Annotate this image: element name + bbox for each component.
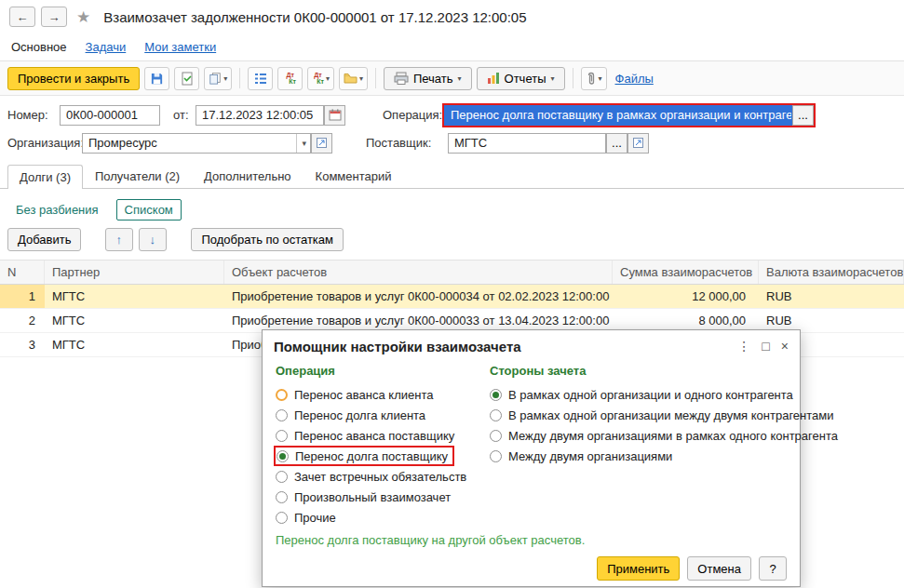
chevron-down-icon: ▾: [550, 74, 554, 83]
post-document-icon[interactable]: [174, 67, 199, 90]
radio-icon: [277, 450, 289, 462]
titlebar: ← → ★ Взаимозачет задолженности 0К00-000…: [0, 0, 904, 33]
radio-icon: [276, 471, 288, 483]
cell-partner: МГТС: [45, 285, 224, 308]
radio-arbitrary-offset[interactable]: Произвольный взаимозачет: [276, 487, 490, 507]
more-icon[interactable]: ⋮: [737, 339, 750, 354]
help-button[interactable]: ?: [759, 556, 787, 581]
radio-label: Перенос аванса клиента: [294, 388, 433, 402]
radio-transfer-client-advance[interactable]: Перенос аванса клиента: [276, 384, 490, 405]
dt-kt-reports-icon[interactable]: ДтКт ▾: [307, 67, 334, 90]
radio-transfer-supplier-advance[interactable]: Перенос аванса поставщику: [276, 425, 490, 446]
favorite-star-icon[interactable]: ★: [76, 7, 90, 27]
tab-debts[interactable]: Долги (3): [7, 165, 83, 189]
print-button[interactable]: Печать ▾: [384, 67, 472, 90]
list-view-toggle[interactable]: Списком: [116, 199, 182, 220]
structure-list-icon[interactable]: [248, 67, 273, 90]
col-header-amount[interactable]: Сумма взаиморасчетов: [613, 261, 759, 284]
supplier-choose-button[interactable]: ...: [606, 133, 627, 154]
page-title: Взаимозачет задолженности 0К00-000001 от…: [103, 9, 526, 25]
save-icon[interactable]: [144, 67, 169, 90]
radio-transfer-client-debt[interactable]: Перенос долга клиента: [276, 405, 490, 425]
post-and-close-button[interactable]: Провести и закрыть: [7, 67, 140, 90]
chevron-down-icon[interactable]: ▾: [296, 134, 306, 153]
pick-by-balance-button[interactable]: Подобрать по остаткам: [191, 228, 344, 251]
create-based-on-icon[interactable]: ▾: [204, 67, 232, 90]
radio-offset-mutual-obligations[interactable]: Зачет встречных обязательств: [276, 466, 490, 487]
operation-group-title: Операция: [276, 364, 490, 380]
move-up-button[interactable]: ↑: [105, 228, 133, 251]
tab-additional[interactable]: Дополнительно: [192, 164, 304, 188]
number-label: Номер:: [7, 108, 60, 122]
organization-label: Организация:: [7, 136, 82, 150]
date-input[interactable]: 17.12.2023 12:00:05: [196, 105, 324, 126]
radio-label: Произвольный взаимозачет: [294, 490, 451, 504]
cell-n: 3: [0, 333, 45, 356]
radio-icon: [276, 512, 288, 524]
radio-label: Перенос долга клиента: [294, 408, 425, 422]
chevron-down-icon: ▾: [599, 74, 602, 83]
organization-value: Промресурс: [88, 136, 157, 150]
back-button[interactable]: ←: [9, 7, 35, 27]
radio-icon: [490, 430, 502, 442]
radio-transfer-supplier-debt[interactable]: Перенос долга поставщику: [277, 448, 448, 464]
radio-label: Перенос аванса поставщику: [294, 429, 454, 443]
link-tasks[interactable]: Задачи: [86, 40, 127, 54]
number-input[interactable]: 0К00-000001: [60, 105, 160, 126]
table-row[interactable]: 1 МГТС Приобретение товаров и услуг 0К00…: [0, 285, 904, 309]
col-header-partner[interactable]: Партнер: [45, 261, 224, 284]
radio-label: Между двумя организациями в рамках одног…: [508, 429, 838, 443]
organization-open-button[interactable]: [311, 133, 332, 154]
paperclip-icon: [586, 72, 597, 86]
cell-currency: RUB: [759, 285, 904, 308]
open-form-icon: [316, 137, 328, 149]
radio-label: Зачет встречных обязательств: [294, 470, 466, 484]
tab-main[interactable]: Основное: [11, 40, 67, 54]
move-down-button[interactable]: ↓: [139, 228, 167, 251]
reports-label: Отчеты: [505, 72, 546, 86]
col-header-object[interactable]: Объект расчетов: [224, 261, 613, 284]
link-my-notes[interactable]: Мои заметки: [144, 40, 216, 54]
calendar-button[interactable]: [324, 105, 345, 126]
radio-icon: [276, 491, 288, 503]
radio-one-org-one-counterparty[interactable]: В рамках одной организации и одного конт…: [490, 384, 838, 405]
chevron-down-icon: ▾: [326, 74, 330, 83]
cell-n: 2: [0, 309, 45, 332]
radio-one-org-two-counterparties[interactable]: В рамках одной организации между двумя к…: [490, 405, 838, 425]
calendar-icon: [329, 109, 342, 121]
radio-label: Прочие: [294, 511, 336, 525]
dt-kt-postings-icon[interactable]: ДтКт: [277, 67, 303, 90]
operation-label: Операция:: [383, 108, 442, 122]
maximize-icon[interactable]: □: [762, 339, 769, 354]
col-header-n[interactable]: N: [0, 261, 45, 284]
cancel-button[interactable]: Отмена: [687, 556, 751, 581]
operation-choose-button[interactable]: ...: [792, 105, 814, 126]
operation-field[interactable]: Перенос долга поставщику в рамках органи…: [444, 105, 792, 126]
radio-two-orgs-one-counterparty[interactable]: Между двумя организациями в рамках одног…: [490, 425, 838, 446]
tab-comment[interactable]: Комментарий: [304, 164, 404, 188]
folder-actions-icon[interactable]: ▾: [339, 67, 368, 90]
organization-combo[interactable]: Промресурс ▾: [82, 133, 311, 154]
attachment-button[interactable]: ▾: [581, 67, 607, 90]
sides-group-title: Стороны зачета: [490, 364, 838, 380]
tab-receivers[interactable]: Получатели (2): [83, 164, 192, 188]
reports-button[interactable]: Отчеты ▾: [477, 67, 565, 90]
no-split-toggle[interactable]: Без разбиения: [7, 199, 107, 220]
forward-button[interactable]: →: [41, 7, 67, 27]
apply-button[interactable]: Применить: [597, 556, 680, 581]
dialog-title: Помощник настройки взаимозачета: [274, 339, 521, 354]
radio-icon: [490, 409, 502, 421]
supplier-input[interactable]: МГТС: [448, 133, 606, 154]
close-icon[interactable]: ×: [781, 339, 789, 354]
table-header-row: N Партнер Объект расчетов Сумма взаимора…: [0, 260, 904, 285]
radio-other[interactable]: Прочие: [276, 507, 490, 528]
chevron-down-icon: ▾: [223, 74, 227, 83]
col-header-currency[interactable]: Валюта взаиморасчетов: [759, 261, 904, 284]
supplier-open-button[interactable]: [627, 133, 649, 154]
files-link[interactable]: Файлы: [615, 72, 654, 86]
cell-partner: МГТС: [45, 333, 224, 356]
radio-two-orgs[interactable]: Между двумя организациями: [490, 446, 838, 466]
chevron-down-icon: ▾: [458, 74, 462, 83]
cell-n: 1: [0, 285, 45, 308]
add-row-button[interactable]: Добавить: [7, 228, 81, 251]
